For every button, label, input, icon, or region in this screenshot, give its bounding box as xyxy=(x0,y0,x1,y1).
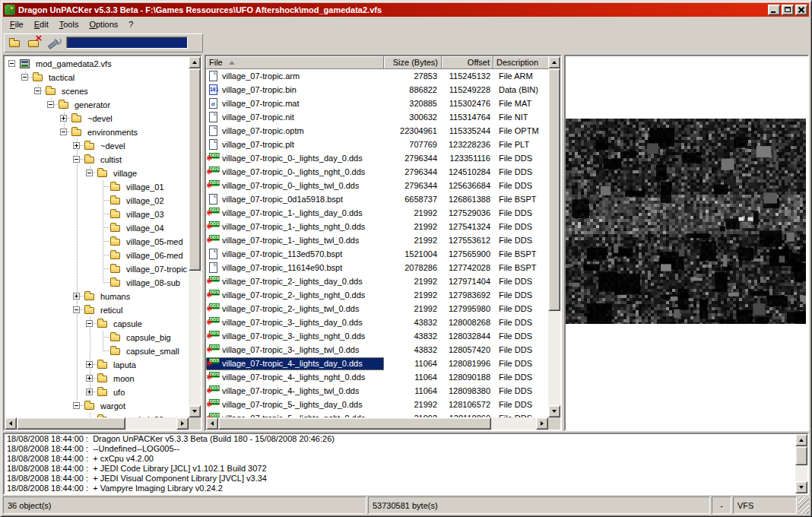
scroll-thumb[interactable] xyxy=(218,417,491,430)
scroll-track[interactable] xyxy=(218,417,536,430)
log-vertical-scrollbar[interactable] xyxy=(795,434,807,493)
file-row[interactable]: village_07-tropic_2-_lights_twl_0.dds219… xyxy=(206,302,548,316)
file-row[interactable]: village_07-tropic.arm27853115245132File … xyxy=(206,69,548,83)
collapse-icon[interactable] xyxy=(73,306,80,313)
collapse-icon[interactable] xyxy=(34,87,41,94)
menu-tools[interactable]: Tools xyxy=(54,17,84,31)
file-row[interactable]: village_07-tropic_2-_lights_nght_0.dds21… xyxy=(206,288,548,302)
tree-item[interactable]: environments xyxy=(5,125,189,139)
file-row[interactable]: village_07-tropic.optm22304961115335244F… xyxy=(206,124,548,138)
file-row[interactable]: village_07-tropic_1-_lights_twl_0.dds219… xyxy=(206,233,548,247)
scroll-track[interactable] xyxy=(548,68,560,405)
column-header-size[interactable]: Size (Bytes) xyxy=(384,56,442,69)
scroll-left-button[interactable] xyxy=(5,417,17,430)
file-row[interactable]: village_07-tropic_3-_lights_twl_0.dds438… xyxy=(206,343,548,357)
file-row[interactable]: village_07-tropic_113ed570.bspt152100412… xyxy=(206,247,548,261)
file-row[interactable]: village_07-tropic.bin886822115249228Data… xyxy=(206,83,548,97)
menu-options[interactable]: Options xyxy=(84,17,123,31)
scroll-thumb[interactable] xyxy=(795,446,807,465)
file-row[interactable]: village_07-tropic_3-_lights_day_0.dds438… xyxy=(206,316,548,329)
tree-item[interactable]: capsule_small xyxy=(5,344,189,358)
tree-item[interactable]: scenes xyxy=(5,84,189,98)
tree-item[interactable]: village_01 xyxy=(5,180,189,194)
file-row[interactable]: village_07-tropic_3-_lights_nght_0.dds43… xyxy=(206,329,548,343)
column-header-file[interactable]: File xyxy=(206,56,384,69)
file-row[interactable]: village_07-tropic_0-_lights_nght_0.dds27… xyxy=(206,165,548,179)
expand-icon[interactable] xyxy=(86,375,93,382)
file-row[interactable]: village_07-tropic.nit300632115314764File… xyxy=(206,110,548,124)
scroll-right-button[interactable] xyxy=(176,417,189,430)
resize-grip[interactable] xyxy=(798,496,809,514)
collapse-icon[interactable] xyxy=(73,402,80,409)
file-row[interactable]: village_07-tropic_1-_lights_day_0.dds219… xyxy=(206,206,548,220)
close-button[interactable] xyxy=(795,5,807,15)
file-row[interactable]: village_07-tropic.mat320885115302476File… xyxy=(206,97,548,110)
column-header-description[interactable]: Description xyxy=(493,56,548,69)
tree-item[interactable]: ufo xyxy=(5,385,189,399)
scroll-down-button[interactable] xyxy=(189,405,201,417)
expand-icon[interactable] xyxy=(86,361,93,368)
list-horizontal-scrollbar[interactable] xyxy=(206,417,548,430)
scroll-right-button[interactable] xyxy=(536,417,548,430)
menu-edit[interactable]: Edit xyxy=(29,17,54,31)
tree-item[interactable]: capsule xyxy=(5,317,189,331)
tree-item[interactable]: mod_gamedata2.vfs xyxy=(5,57,189,71)
expand-icon[interactable] xyxy=(86,389,93,395)
file-row[interactable]: village_07-tropic_11614e90.bspt207828612… xyxy=(206,261,548,274)
file-row[interactable]: village_07-tropic_4-_lights_nght_0.dds11… xyxy=(206,370,548,384)
tree-item[interactable]: reticul xyxy=(5,303,189,317)
scroll-track[interactable] xyxy=(795,446,807,481)
tree-item[interactable]: ~devel xyxy=(5,139,189,153)
expand-icon[interactable] xyxy=(73,142,80,149)
minimize-button[interactable] xyxy=(768,5,780,15)
tree-item[interactable]: laputa xyxy=(5,358,189,372)
close-file-button[interactable] xyxy=(25,35,43,51)
open-file-button[interactable] xyxy=(6,35,24,51)
tree-item[interactable]: village xyxy=(5,167,189,180)
maximize-button[interactable] xyxy=(782,5,794,15)
scroll-up-button[interactable] xyxy=(795,434,807,446)
expand-icon[interactable] xyxy=(60,115,67,122)
scroll-thumb[interactable] xyxy=(189,68,201,271)
collapse-icon[interactable] xyxy=(47,101,54,108)
file-row[interactable]: village_07-tropic_4-_lights_twl_0.dds110… xyxy=(206,384,548,398)
menu-file[interactable]: File xyxy=(5,17,29,31)
collapse-icon[interactable] xyxy=(86,320,93,327)
file-row[interactable]: village_07-tropic_0d1a5918.bspt665873712… xyxy=(206,192,548,206)
tree-item[interactable]: cultist xyxy=(5,153,189,167)
hyperripper-button[interactable] xyxy=(44,35,62,51)
tree-item[interactable]: village_04 xyxy=(5,221,189,235)
collapse-icon[interactable] xyxy=(86,170,93,176)
tree-item[interactable]: tactical xyxy=(5,71,189,84)
tree-item[interactable]: moon xyxy=(5,372,189,385)
scroll-left-button[interactable] xyxy=(206,417,218,430)
file-row[interactable]: village_07-tropic.plt707769123228236File… xyxy=(206,138,548,151)
column-header-offset[interactable]: Offset xyxy=(442,56,493,69)
tree-item[interactable]: village_07-tropic xyxy=(5,262,189,276)
tree-item[interactable]: village_02 xyxy=(5,194,189,208)
tree-item[interactable]: generator xyxy=(5,98,189,112)
file-row[interactable]: village_07-tropic_1-_lights_nght_0.dds21… xyxy=(206,220,548,233)
collapse-icon[interactable] xyxy=(8,60,15,67)
collapse-icon[interactable] xyxy=(21,74,28,81)
collapse-icon[interactable] xyxy=(73,156,80,163)
tree-item[interactable]: humans xyxy=(5,290,189,303)
menu-help[interactable]: ? xyxy=(123,17,138,31)
scroll-down-button[interactable] xyxy=(795,481,807,493)
scroll-track[interactable] xyxy=(17,417,176,430)
tree-item[interactable]: village_06-med xyxy=(5,249,189,262)
tree-item[interactable]: wargot xyxy=(5,399,189,413)
file-row[interactable]: village_07-tropic_5-_lights_nght_0.dds21… xyxy=(206,411,548,417)
expand-icon[interactable] xyxy=(73,293,80,300)
tree-item[interactable]: village_08-sub xyxy=(5,276,189,290)
file-row[interactable]: village_07-tropic_4-_lights_day_0.dds110… xyxy=(206,357,548,370)
tree-vertical-scrollbar[interactable] xyxy=(189,56,201,417)
tree-item[interactable]: ~devel xyxy=(5,112,189,125)
scroll-up-button[interactable] xyxy=(189,56,201,68)
tree-item[interactable]: capsule_big xyxy=(5,331,189,344)
list-vertical-scrollbar[interactable] xyxy=(548,56,560,417)
scroll-down-button[interactable] xyxy=(548,405,560,417)
scroll-thumb[interactable] xyxy=(548,68,560,311)
file-row[interactable]: village_07-tropic_5-_lights_day_0.dds219… xyxy=(206,398,548,411)
titlebar[interactable]: Dragon UnPACKer v5.3.3 Beta - F:\Games R… xyxy=(3,3,809,17)
